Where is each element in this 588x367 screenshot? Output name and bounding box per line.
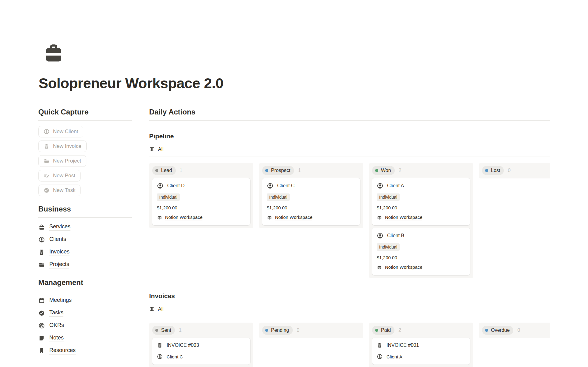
pipeline-card[interactable]: Client BIndividual$1,200.00Notion Worksp… [372,228,470,275]
card-title: INVOICE #001 [386,343,419,348]
quick-capture-button-new-invoice[interactable]: New Invoice [38,140,87,152]
column-header: Sent1 [152,325,250,335]
main-content: Daily Actions PipelineAllLead1Client DIn… [149,108,550,367]
sidebar-link-projects[interactable]: Projects [49,261,69,268]
card-amount: $1,200.00 [267,205,356,210]
pipeline-card[interactable]: Client AIndividual$1,200.00Notion Worksp… [372,178,470,225]
sidebar-link-invoices[interactable]: Invoices [49,249,70,256]
sidebar-link-okrs[interactable]: OKRs [49,322,64,329]
column-header: Overdue0 [482,325,550,335]
status-label: Overdue [491,328,510,333]
divider [149,120,550,121]
section-invoices: InvoicesAllSent1INVOICE #003Client CPend… [149,292,550,367]
divider [38,217,132,218]
card-title: Client B [387,233,404,238]
board-icon [149,306,155,312]
card-title-row: Client C [267,182,356,189]
check-circle-icon [43,187,50,193]
board-column-prospect: Prospect1Client CIndividual$1,200.00Noti… [259,163,363,228]
status-dot [485,329,488,332]
column-count: 1 [179,328,182,333]
relation-link[interactable]: Notion Workspace [275,215,312,220]
status-dot [375,169,378,172]
quick-capture-row: New Task [38,185,132,196]
status-dot [375,329,378,332]
user-circle-icon [157,182,164,189]
status-pill-won[interactable]: Won [372,166,395,175]
user-circle-icon [43,129,50,135]
button-label: New Task [53,187,75,193]
user-circle-icon [377,232,383,239]
view-tab-all[interactable]: All [149,146,164,152]
relation-row: Notion Workspace [377,264,466,270]
sidebar-item-resources: Resources [38,346,132,355]
compose-icon [43,173,50,179]
quick-capture-button-new-task[interactable]: New Task [38,185,81,196]
column-count: 0 [297,328,300,333]
sidebar-link-resources[interactable]: Resources [49,347,76,354]
status-pill-sent[interactable]: Sent [152,326,175,335]
view-tab-label: All [158,147,164,152]
sidebar-link-notes[interactable]: Notes [49,335,64,342]
client-type-tag: Individual [267,193,290,201]
button-label: New Invoice [53,143,81,149]
relation-link[interactable]: Notion Workspace [385,264,422,270]
status-label: Lost [491,168,500,173]
layers-icon [157,215,162,220]
status-label: Lead [161,168,172,173]
status-dot [265,169,268,172]
sidebar-section-management: ManagementMeetingsTasksOKRsNotesResource… [38,278,132,355]
status-pill-pending[interactable]: Pending [262,326,293,335]
pipeline-card[interactable]: Client DIndividual$1,200.00Notion Worksp… [152,178,250,225]
relation-row: Notion Workspace [377,215,466,220]
view-tab-all[interactable]: All [149,306,164,312]
invoice-card[interactable]: INVOICE #003Client C [152,338,250,365]
card-title: INVOICE #003 [167,343,199,348]
status-pill-paid[interactable]: Paid [372,326,394,335]
sidebar-link-services[interactable]: Services [49,223,70,231]
card-title-row: INVOICE #003 [157,342,246,348]
invoice-card[interactable]: INVOICE #001Client A [372,338,470,365]
business-heading: Business [38,205,132,213]
sidebar-link-meetings[interactable]: Meetings [49,297,72,304]
user-circle-icon [38,236,45,243]
status-dot [155,329,158,332]
button-label: New Post [53,173,75,179]
status-pill-lead[interactable]: Lead [152,166,176,175]
sidebar-link-tasks[interactable]: Tasks [49,309,63,317]
board-column-overdue: Overdue0 [479,323,550,338]
invoice-client-name: Client A [386,354,402,359]
status-label: Paid [381,328,391,333]
relation-link[interactable]: Notion Workspace [385,215,422,220]
button-label: New Project [53,158,81,164]
quick-capture-button-new-post[interactable]: New Post [38,170,81,182]
sidebar-section-quick-capture: Quick CaptureNew ClientNew InvoiceNew Pr… [38,108,132,196]
user-circle-icon [157,354,163,360]
divider [149,156,550,156]
column-count: 1 [298,168,301,173]
status-pill-overdue[interactable]: Overdue [482,326,513,335]
column-header: Pending0 [262,325,360,335]
status-pill-prospect[interactable]: Prospect [262,166,294,175]
layers-icon [267,215,272,220]
calendar-icon [38,297,45,304]
sidebar-item-meetings: Meetings [38,296,132,305]
quick-capture-button-new-client[interactable]: New Client [38,126,83,137]
status-dot [265,329,268,332]
sidebar-link-clients[interactable]: Clients [49,236,66,243]
relation-link[interactable]: Notion Workspace [165,215,202,220]
bookmark-icon [38,347,45,354]
quick-capture-button-new-project[interactable]: New Project [38,155,86,167]
invoices-board: Sent1INVOICE #003Client CPending0Paid2IN… [149,323,550,367]
card-title: Client A [387,183,404,189]
business-items: ServicesClientsInvoicesProjects [38,223,132,269]
quick-capture-row: New Project [38,155,132,167]
receipt-icon [157,342,163,348]
board-column-lead: Lead1Client DIndividual$1,200.00Notion W… [149,163,253,228]
card-title-row: INVOICE #001 [377,342,466,348]
relation-row: Notion Workspace [267,215,356,220]
pipeline-card[interactable]: Client CIndividual$1,200.00Notion Worksp… [262,178,360,225]
column-count: 0 [517,328,520,333]
status-pill-lost[interactable]: Lost [482,166,504,175]
pipeline-heading: Pipeline [149,133,550,140]
